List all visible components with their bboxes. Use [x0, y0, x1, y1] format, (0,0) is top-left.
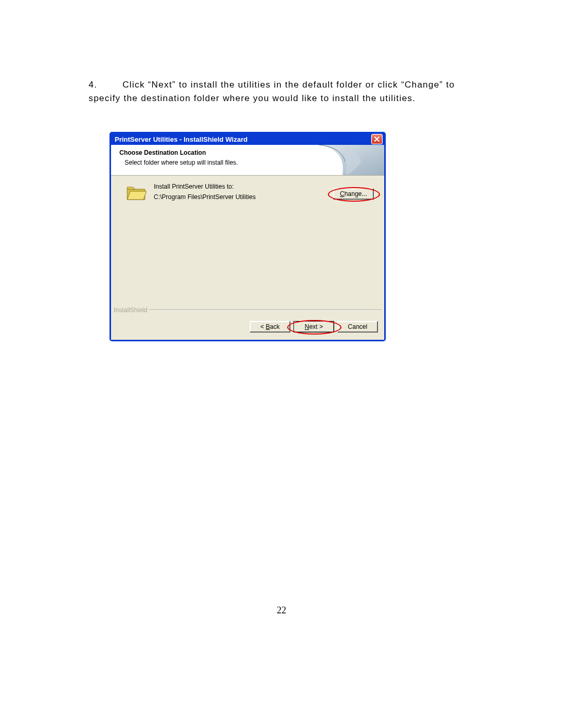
back-button[interactable]: < Back [250, 321, 290, 332]
page-number: 22 [0, 605, 563, 616]
installer-window: PrintServer Utilities - InstallShield Wi… [109, 132, 386, 341]
footer-buttons: < Back Next > Cancel [250, 321, 378, 332]
step-number: 4. [89, 78, 123, 92]
window-title: PrintServer Utilities - InstallShield Wi… [115, 135, 371, 143]
install-path: C:\Program Files\PrintServer Utilities [154, 193, 255, 201]
client-area: Choose Destination Location Select folde… [111, 145, 384, 340]
change-button[interactable]: Change... [333, 188, 374, 200]
change-button-wrap: Change... [333, 188, 374, 200]
titlebar[interactable]: PrintServer Utilities - InstallShield Wi… [111, 133, 384, 145]
dialog-heading: Choose Destination Location [119, 149, 206, 156]
cancel-button[interactable]: Cancel [337, 321, 378, 332]
close-icon [374, 136, 380, 142]
close-button[interactable] [371, 134, 383, 144]
installshield-label: InstallShield [112, 306, 149, 314]
install-to-label: Install PrintServer Utilities to: [154, 183, 234, 190]
header-band: Choose Destination Location Select folde… [111, 145, 384, 176]
instruction-paragraph: 4.Click “Next” to install the utilities … [89, 78, 474, 105]
step-text: Click “Next” to install the utilities in… [89, 80, 455, 103]
folder-icon [126, 184, 146, 202]
next-button[interactable]: Next > [293, 321, 334, 332]
dialog-subheading: Select folder where setup will install f… [125, 159, 238, 166]
banner-graphic [316, 145, 384, 175]
body-area: Install PrintServer Utilities to: C:\Pro… [111, 176, 384, 310]
footer-separator [113, 310, 382, 311]
